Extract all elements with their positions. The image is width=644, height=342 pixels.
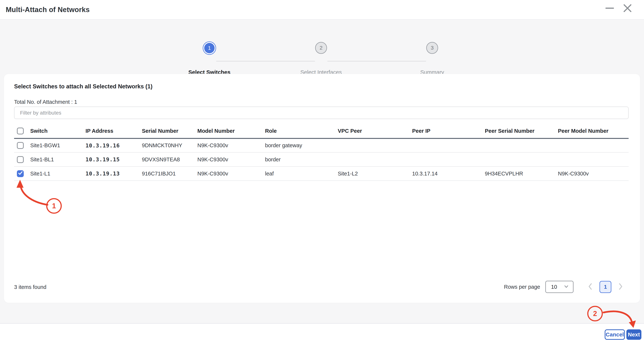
cell-peer-model	[558, 152, 628, 167]
col-switch: Switch	[30, 124, 86, 138]
chevron-left-icon	[588, 283, 593, 291]
row-checkbox[interactable]	[17, 142, 24, 149]
cell-vpc-peer: Site1-L2	[338, 167, 412, 181]
step-1-number: 1	[204, 43, 214, 53]
cell-serial: 916C71IBJO1	[142, 167, 197, 181]
page-1-button[interactable]: 1	[600, 281, 611, 293]
row-checkbox[interactable]	[17, 156, 24, 163]
step-1-circle: 1	[203, 41, 216, 55]
panel-heading: Select Switches to attach all Selected N…	[14, 83, 152, 90]
col-peer-ip: Peer IP	[412, 124, 485, 138]
cell-peer-serial	[485, 152, 558, 167]
cell-role: border gateway	[265, 138, 338, 152]
table-row[interactable]: Site1-BGW1 10.3.19.16 9DNMCKT0NHY N9K-C9…	[14, 138, 628, 152]
table-row[interactable]: Site1-BL1 10.3.19.15 9DVXSN9TEA8 N9K-C93…	[14, 152, 628, 167]
select-switches-panel: Select Switches to attach all Selected N…	[4, 74, 640, 303]
col-model-number: Model Number	[197, 124, 265, 138]
rows-per-page-value: 10	[551, 284, 557, 290]
next-button[interactable]: Next	[626, 329, 642, 340]
step-2-circle: 2	[315, 42, 327, 54]
close-icon	[623, 3, 632, 14]
multi-attach-dialog: Multi-Attach of Networks 1 Select Switch…	[0, 0, 644, 342]
switches-table: Switch IP Address Serial Number Model Nu…	[14, 124, 628, 181]
close-button[interactable]	[622, 3, 634, 15]
cell-switch: Site1-BGW1	[30, 138, 86, 152]
cell-ip-address: 10.3.19.15	[86, 152, 142, 167]
rows-per-page-select[interactable]: 10	[545, 281, 574, 293]
minimize-icon	[605, 3, 614, 14]
col-peer-model-number: Peer Model Number	[558, 124, 628, 138]
cell-serial: 9DVXSN9TEA8	[142, 152, 197, 167]
pager: 1	[586, 281, 624, 293]
cell-peer-ip	[412, 138, 485, 152]
callout-1-circle: 1	[46, 198, 62, 214]
cell-peer-serial: 9H34ECVPLHR	[485, 167, 558, 181]
cell-model: N9K-C9300v	[197, 167, 265, 181]
rows-per-page-label: Rows per page	[504, 284, 540, 290]
filter-input[interactable]	[14, 107, 628, 119]
col-role: Role	[265, 124, 338, 138]
col-ip-address: IP Address	[86, 124, 142, 138]
chevron-right-icon	[618, 283, 624, 291]
cell-model: N9K-C9300v	[197, 138, 265, 152]
cell-vpc-peer	[338, 138, 412, 152]
cell-serial: 9DNMCKT0NHY	[142, 138, 197, 152]
cell-peer-serial	[485, 138, 558, 152]
step-3-circle: 3	[426, 42, 438, 54]
cell-switch: Site1-L1	[30, 167, 86, 181]
callout-2-circle: 2	[587, 306, 603, 321]
cell-switch: Site1-BL1	[30, 152, 86, 167]
cell-ip-address: 10.3.19.13	[86, 167, 142, 181]
table-row-selected[interactable]: Site1-L1 10.3.19.13 916C71IBJO1 N9K-C930…	[14, 167, 628, 181]
dialog-title: Multi-Attach of Networks	[6, 6, 90, 14]
wizard-stepper: 1 Select Switches 2 Select Interfaces 3 …	[0, 20, 644, 74]
cell-role: leaf	[265, 167, 338, 181]
pagination-controls: Rows per page 10 1	[504, 280, 624, 293]
row-checkbox-checked[interactable]	[17, 170, 24, 177]
cell-peer-ip: 10.3.17.14	[412, 167, 485, 181]
cell-model: N9K-C9300v	[197, 152, 265, 167]
col-serial-number: Serial Number	[142, 124, 197, 138]
table-header-row: Switch IP Address Serial Number Model Nu…	[14, 124, 628, 138]
cell-role: border	[265, 152, 338, 167]
cell-ip-address: 10.3.19.16	[86, 138, 142, 152]
cancel-button[interactable]: Cancel	[605, 329, 625, 340]
dialog-action-bar: Cancel Next	[0, 323, 644, 342]
check-icon	[18, 171, 23, 177]
next-page-button[interactable]	[617, 282, 624, 291]
cell-vpc-peer	[338, 152, 412, 167]
cell-peer-model	[558, 138, 628, 152]
stepper-connector	[328, 61, 426, 62]
stepper-connector	[216, 61, 315, 62]
col-vpc-peer: VPC Peer	[338, 124, 412, 138]
total-attachments-text: Total No. of Attachment : 1	[14, 99, 77, 105]
cell-peer-model: N9K-C9300v	[558, 167, 628, 181]
cell-peer-ip	[412, 152, 485, 167]
minimize-button[interactable]	[604, 3, 616, 15]
col-peer-serial-number: Peer Serial Number	[485, 124, 558, 138]
chevron-down-icon	[564, 284, 569, 290]
select-all-checkbox[interactable]	[17, 128, 24, 134]
dialog-titlebar: Multi-Attach of Networks	[0, 0, 644, 20]
previous-page-button[interactable]	[586, 282, 594, 291]
items-found-text: 3 items found	[14, 284, 46, 290]
